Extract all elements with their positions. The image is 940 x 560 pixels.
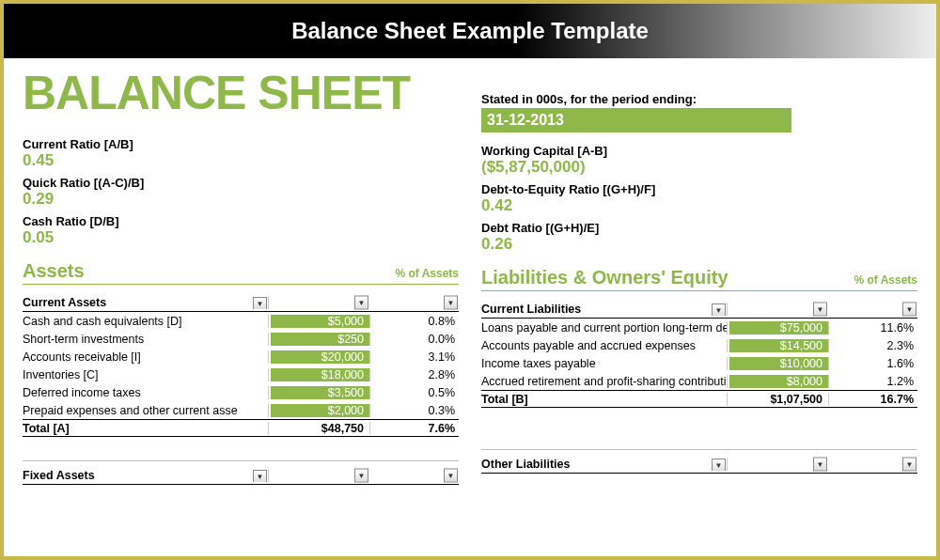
ratio-value: 0.45 xyxy=(23,151,459,170)
ratio-label: Quick Ratio [(A-C)/B] xyxy=(23,176,459,190)
row-pct: 3.1% xyxy=(370,350,459,364)
row-label: Accounts receivable [I] xyxy=(23,350,269,364)
spacer xyxy=(23,437,459,461)
filter-dropdown-icon[interactable]: ▼ xyxy=(253,297,267,309)
row-value[interactable]: $2,000 xyxy=(271,404,370,417)
filter-dropdown-icon[interactable]: ▼ xyxy=(444,296,458,310)
section-title: Liabilities & Owners' Equity xyxy=(481,267,728,288)
table-row: Short-term investments $250 0.0% xyxy=(23,330,459,348)
row-pct: 0.0% xyxy=(370,333,459,346)
group-label: Current Assets xyxy=(23,296,106,309)
document-title: BALANCE SHEET xyxy=(23,70,459,117)
table-total-row: Total [B] $1,07,500 16.7% xyxy=(481,390,917,408)
table-row: Inventories [C] $18,000 2.8% xyxy=(23,366,459,383)
filter-dropdown-icon[interactable]: ▼ xyxy=(354,296,368,310)
spacer xyxy=(481,408,917,450)
filter-dropdown-icon[interactable]: ▼ xyxy=(902,458,916,472)
row-value[interactable]: $10,000 xyxy=(729,357,829,370)
table-row: Prepaid expenses and other current asse … xyxy=(23,401,459,419)
total-value: $48,750 xyxy=(271,422,370,435)
ratio-block: Current Ratio [A/B] 0.45 Quick Ratio [(A… xyxy=(23,137,459,247)
total-value: $1,07,500 xyxy=(729,393,829,406)
row-label: Accrued retirement and profit-sharing co… xyxy=(481,375,728,388)
liabilities-section-header: Liabilities & Owners' Equity % of Assets xyxy=(481,267,917,291)
section-title: Assets xyxy=(23,260,85,282)
row-value[interactable]: $8,000 xyxy=(729,375,829,388)
table-header-row: Current Liabilities ▼ ▼ ▼ xyxy=(481,301,917,319)
table-row: Income taxes payable $10,000 1.6% xyxy=(481,354,917,372)
row-value[interactable]: $18,000 xyxy=(271,368,370,381)
table-row: Deferred income taxes $3,500 0.5% xyxy=(23,383,459,401)
row-value[interactable]: $250 xyxy=(271,333,370,346)
filter-dropdown-icon[interactable]: ▼ xyxy=(712,303,726,316)
row-pct: 2.8% xyxy=(370,368,459,381)
other-liabilities-header: Other Liabilities ▼ ▼ ▼ xyxy=(481,456,917,474)
group-header: Current Assets ▼ xyxy=(23,296,269,309)
group-label: Fixed Assets xyxy=(23,469,95,482)
table-row: Accounts payable and accrued expenses $1… xyxy=(481,336,917,354)
group-header: Other Liabilities ▼ xyxy=(481,458,728,471)
total-label: Total [A] xyxy=(23,422,269,435)
group-header: Current Liabilities ▼ xyxy=(481,303,728,316)
ratio-value: 0.29 xyxy=(23,190,459,209)
table-row: Loans payable and current portion long-t… xyxy=(481,319,917,336)
row-value[interactable]: $5,000 xyxy=(271,315,370,328)
ratio-label: Current Ratio [A/B] xyxy=(23,137,459,151)
pct-column-header: % of Assets xyxy=(395,267,459,280)
row-pct: 2.3% xyxy=(829,339,917,352)
table-row: Accrued retirement and profit-sharing co… xyxy=(481,372,917,390)
row-label: Inventories [C] xyxy=(23,368,269,381)
filter-dropdown-icon[interactable]: ▼ xyxy=(902,303,916,317)
ratio-value: ($5,87,50,000) xyxy=(481,158,917,177)
total-pct: 16.7% xyxy=(829,393,917,406)
group-label: Other Liabilities xyxy=(481,458,570,471)
fixed-assets-header: Fixed Assets ▼ ▼ ▼ xyxy=(23,467,459,485)
filter-dropdown-icon[interactable]: ▼ xyxy=(712,459,726,471)
ratio-value: 0.05 xyxy=(23,228,459,247)
row-pct: 0.3% xyxy=(370,404,459,417)
assets-section-header: Assets % of Assets xyxy=(23,260,459,285)
row-pct: 0.8% xyxy=(370,315,459,328)
row-value[interactable]: $20,000 xyxy=(271,350,370,364)
row-pct: 1.2% xyxy=(829,375,917,388)
total-pct: 7.6% xyxy=(370,422,459,435)
right-column: Stated in 000s, for the period ending: 3… xyxy=(481,70,917,485)
table-header-row: Current Assets ▼ ▼ ▼ xyxy=(23,294,459,312)
current-assets-table: Current Assets ▼ ▼ ▼ Cash and cash equiv… xyxy=(23,294,459,437)
ratio-label: Debt-to-Equity Ratio [(G+H)/F] xyxy=(481,182,917,196)
ratio-label: Working Capital [A-B] xyxy=(481,144,917,158)
ratio-value: 0.42 xyxy=(481,196,917,215)
group-header: Fixed Assets ▼ xyxy=(23,469,269,482)
ratio-label: Cash Ratio [D/B] xyxy=(23,214,459,228)
table-row: Cash and cash equivalents [D] $5,000 0.8… xyxy=(23,312,459,330)
row-pct: 0.5% xyxy=(370,386,459,399)
row-value[interactable]: $3,500 xyxy=(271,386,370,399)
ratio-block: Working Capital [A-B] ($5,87,50,000) Deb… xyxy=(481,144,917,254)
row-value[interactable]: $75,000 xyxy=(729,321,829,334)
filter-dropdown-icon[interactable]: ▼ xyxy=(354,469,368,483)
row-pct: 1.6% xyxy=(829,357,917,370)
left-column: BALANCE SHEET Current Ratio [A/B] 0.45 Q… xyxy=(23,70,459,485)
group-label: Current Liabilities xyxy=(481,303,581,316)
table-row: Accounts receivable [I] $20,000 3.1% xyxy=(23,348,459,366)
row-label: Income taxes payable xyxy=(481,357,728,370)
period-date[interactable]: 31-12-2013 xyxy=(481,108,791,132)
page-banner: Balance Sheet Example Template xyxy=(4,4,936,58)
row-label: Loans payable and current portion long-t… xyxy=(481,321,728,334)
filter-dropdown-icon[interactable]: ▼ xyxy=(813,458,827,472)
pct-column-header: % of Assets xyxy=(854,273,917,287)
row-label: Accounts payable and accrued expenses xyxy=(481,339,728,352)
ratio-label: Debt Ratio [(G+H)/E] xyxy=(481,221,917,235)
table-total-row: Total [A] $48,750 7.6% xyxy=(23,419,459,437)
filter-dropdown-icon[interactable]: ▼ xyxy=(253,470,267,482)
filter-dropdown-icon[interactable]: ▼ xyxy=(813,303,827,317)
total-label: Total [B] xyxy=(481,393,728,406)
row-label: Deferred income taxes xyxy=(23,386,269,399)
row-label: Cash and cash equivalents [D] xyxy=(23,315,269,328)
current-liabilities-table: Current Liabilities ▼ ▼ ▼ Loans payable … xyxy=(481,301,917,408)
period-caption: Stated in 000s, for the period ending: xyxy=(481,92,917,106)
filter-dropdown-icon[interactable]: ▼ xyxy=(444,469,458,483)
ratio-value: 0.26 xyxy=(481,235,917,254)
row-pct: 11.6% xyxy=(829,321,917,334)
row-value[interactable]: $14,500 xyxy=(729,339,829,352)
